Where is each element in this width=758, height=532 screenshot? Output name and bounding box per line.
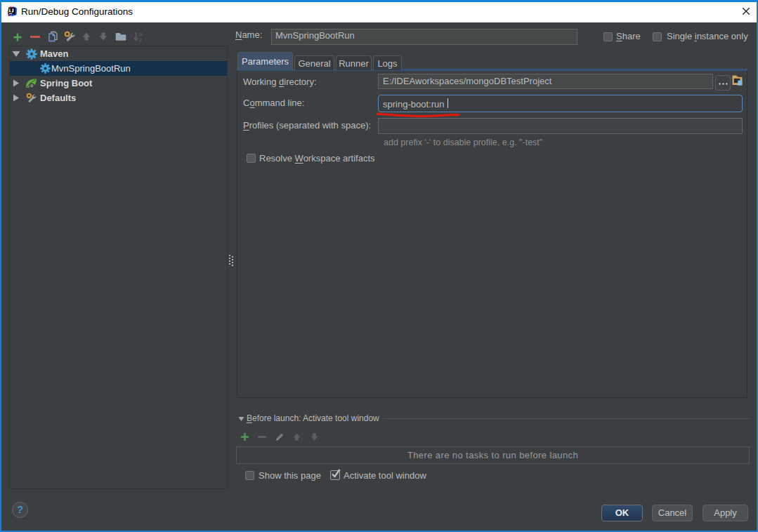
svg-text:z: z: [139, 36, 142, 43]
